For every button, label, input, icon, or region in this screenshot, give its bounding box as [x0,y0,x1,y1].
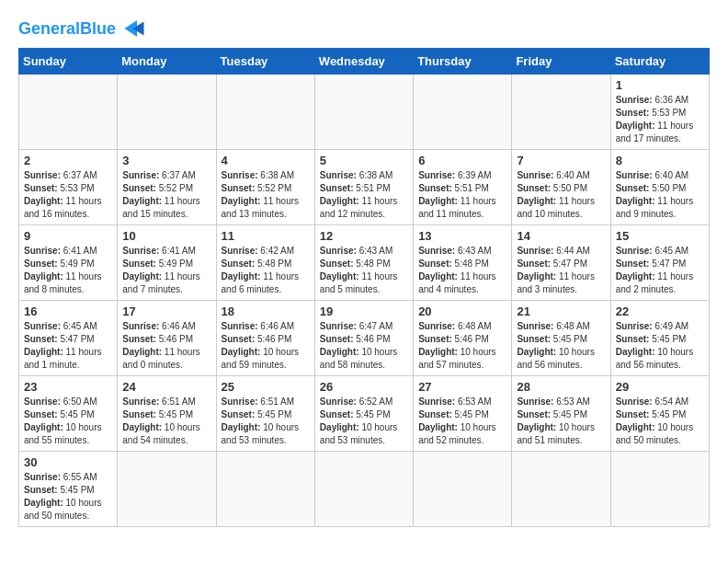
day-info: Sunrise: 6:46 AMSunset: 5:46 PMDaylight:… [222,320,310,372]
day-info: Sunrise: 6:42 AMSunset: 5:48 PMDaylight:… [222,245,310,296]
day-info: Sunrise: 6:47 AMSunset: 5:46 PMDaylight:… [320,320,408,372]
day-number: 6 [418,154,506,167]
calendar-cell: 21Sunrise: 6:48 AMSunset: 5:45 PMDayligh… [512,301,610,376]
day-number: 20 [418,304,506,318]
logo-text: GeneralBlue [18,20,116,37]
day-number: 5 [320,154,408,167]
calendar-header-tuesday: Tuesday [216,49,314,75]
day-info: Sunrise: 6:37 AMSunset: 5:52 PMDaylight:… [122,169,210,221]
calendar-cell [512,75,610,150]
calendar-cell: 6Sunrise: 6:39 AMSunset: 5:51 PMDaylight… [414,150,512,225]
calendar-cell: 5Sunrise: 6:38 AMSunset: 5:51 PMDaylight… [314,150,413,225]
day-info: Sunrise: 6:36 AMSunset: 5:53 PMDaylight:… [616,94,704,145]
day-info: Sunrise: 6:44 AMSunset: 5:47 PMDaylight:… [517,245,605,296]
day-number: 15 [616,229,704,243]
calendar-header-saturday: Saturday [610,49,709,75]
calendar-header-row: SundayMondayTuesdayWednesdayThursdayFrid… [19,49,710,75]
day-info: Sunrise: 6:38 AMSunset: 5:51 PMDaylight:… [320,169,408,221]
calendar-cell: 15Sunrise: 6:45 AMSunset: 5:47 PMDayligh… [610,225,709,301]
calendar-cell [118,75,216,150]
calendar-cell [19,75,118,150]
day-info: Sunrise: 6:53 AMSunset: 5:45 PMDaylight:… [418,396,506,447]
calendar-cell: 3Sunrise: 6:37 AMSunset: 5:52 PMDaylight… [118,150,216,225]
calendar-cell: 25Sunrise: 6:51 AMSunset: 5:45 PMDayligh… [216,376,314,452]
day-info: Sunrise: 6:40 AMSunset: 5:50 PMDaylight:… [517,169,605,221]
day-number: 30 [24,455,112,469]
day-info: Sunrise: 6:37 AMSunset: 5:53 PMDaylight:… [24,169,112,221]
day-info: Sunrise: 6:55 AMSunset: 5:45 PMDaylight:… [24,471,112,523]
day-number: 3 [122,154,210,167]
day-info: Sunrise: 6:48 AMSunset: 5:45 PMDaylight:… [517,320,605,372]
calendar-cell: 12Sunrise: 6:43 AMSunset: 5:48 PMDayligh… [314,225,413,301]
logo: GeneralBlue [18,18,145,39]
day-number: 18 [222,304,310,318]
calendar-cell: 18Sunrise: 6:46 AMSunset: 5:46 PMDayligh… [216,301,314,376]
calendar-cell: 17Sunrise: 6:46 AMSunset: 5:46 PMDayligh… [118,301,216,376]
day-number: 9 [24,229,112,243]
day-info: Sunrise: 6:53 AMSunset: 5:45 PMDaylight:… [517,396,605,447]
calendar-cell: 27Sunrise: 6:53 AMSunset: 5:45 PMDayligh… [414,376,512,452]
day-number: 22 [616,304,704,318]
day-info: Sunrise: 6:49 AMSunset: 5:45 PMDaylight:… [616,320,704,372]
calendar-cell: 24Sunrise: 6:51 AMSunset: 5:45 PMDayligh… [118,376,216,452]
day-number: 23 [24,380,112,394]
calendar-cell [216,75,314,150]
day-number: 29 [616,380,704,394]
day-number: 28 [517,380,605,394]
calendar-header-friday: Friday [512,49,610,75]
day-number: 26 [320,380,408,394]
day-info: Sunrise: 6:41 AMSunset: 5:49 PMDaylight:… [24,245,112,296]
day-number: 7 [517,154,605,167]
calendar-cell: 8Sunrise: 6:40 AMSunset: 5:50 PMDaylight… [610,150,709,225]
calendar-cell: 22Sunrise: 6:49 AMSunset: 5:45 PMDayligh… [610,301,709,376]
calendar-cell: 7Sunrise: 6:40 AMSunset: 5:50 PMDaylight… [512,150,610,225]
day-number: 17 [122,304,210,318]
day-number: 10 [122,229,210,243]
calendar-cell [512,452,610,527]
day-number: 2 [24,154,112,167]
calendar-cell: 4Sunrise: 6:38 AMSunset: 5:52 PMDaylight… [216,150,314,225]
calendar-cell: 20Sunrise: 6:48 AMSunset: 5:46 PMDayligh… [414,301,512,376]
calendar-cell [216,452,314,527]
calendar-header-thursday: Thursday [414,49,512,75]
day-number: 27 [418,380,506,394]
day-info: Sunrise: 6:38 AMSunset: 5:52 PMDaylight:… [222,169,310,221]
calendar-cell [314,452,413,527]
day-info: Sunrise: 6:50 AMSunset: 5:45 PMDaylight:… [24,396,112,447]
day-info: Sunrise: 6:51 AMSunset: 5:45 PMDaylight:… [122,396,210,447]
day-number: 16 [24,304,112,318]
calendar-cell: 1Sunrise: 6:36 AMSunset: 5:53 PMDaylight… [610,75,709,150]
day-info: Sunrise: 6:43 AMSunset: 5:48 PMDaylight:… [320,245,408,296]
calendar-cell [414,75,512,150]
day-number: 21 [517,304,605,318]
day-info: Sunrise: 6:45 AMSunset: 5:47 PMDaylight:… [616,245,704,296]
day-info: Sunrise: 6:41 AMSunset: 5:49 PMDaylight:… [122,245,210,296]
day-info: Sunrise: 6:43 AMSunset: 5:48 PMDaylight:… [418,245,506,296]
calendar-cell: 10Sunrise: 6:41 AMSunset: 5:49 PMDayligh… [118,225,216,301]
day-info: Sunrise: 6:51 AMSunset: 5:45 PMDaylight:… [222,396,310,447]
calendar-cell: 13Sunrise: 6:43 AMSunset: 5:48 PMDayligh… [414,225,512,301]
day-info: Sunrise: 6:39 AMSunset: 5:51 PMDaylight:… [418,169,506,221]
day-number: 4 [222,154,310,167]
calendar-table: SundayMondayTuesdayWednesdayThursdayFrid… [18,48,710,527]
calendar-cell: 28Sunrise: 6:53 AMSunset: 5:45 PMDayligh… [512,376,610,452]
calendar-cell: 26Sunrise: 6:52 AMSunset: 5:45 PMDayligh… [314,376,413,452]
day-number: 14 [517,229,605,243]
day-number: 1 [616,78,704,92]
day-info: Sunrise: 6:46 AMSunset: 5:46 PMDaylight:… [122,320,210,372]
day-number: 25 [222,380,310,394]
day-number: 11 [222,229,310,243]
day-info: Sunrise: 6:45 AMSunset: 5:47 PMDaylight:… [24,320,112,372]
calendar-cell [414,452,512,527]
calendar-cell: 14Sunrise: 6:44 AMSunset: 5:47 PMDayligh… [512,225,610,301]
page-header: GeneralBlue [18,15,710,39]
calendar-cell: 11Sunrise: 6:42 AMSunset: 5:48 PMDayligh… [216,225,314,301]
day-number: 8 [616,154,704,167]
calendar-cell [314,75,413,150]
calendar-cell: 23Sunrise: 6:50 AMSunset: 5:45 PMDayligh… [19,376,118,452]
calendar-cell [610,452,709,527]
day-number: 12 [320,229,408,243]
calendar-cell: 19Sunrise: 6:47 AMSunset: 5:46 PMDayligh… [314,301,413,376]
calendar-cell: 30Sunrise: 6:55 AMSunset: 5:45 PMDayligh… [19,452,118,527]
calendar-cell: 16Sunrise: 6:45 AMSunset: 5:47 PMDayligh… [19,301,118,376]
